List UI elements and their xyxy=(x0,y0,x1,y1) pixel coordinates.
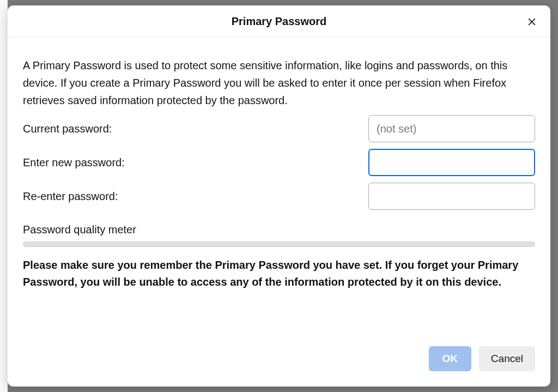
reenter-password-label: Re-enter password: xyxy=(23,190,118,203)
dialog-footer: OK Cancel xyxy=(8,334,550,387)
background-page-sliver xyxy=(0,0,8,392)
warning-text: Please make sure you remember the Primar… xyxy=(23,257,535,291)
current-password-label: Current password: xyxy=(23,123,112,135)
current-password-placeholder: (not set) xyxy=(377,123,416,135)
new-password-field[interactable] xyxy=(368,149,535,176)
primary-password-dialog: Primary Password A Primary Password is u… xyxy=(8,5,550,387)
close-icon xyxy=(526,16,537,27)
dialog-body: A Primary Password is used to protect so… xyxy=(8,37,550,334)
reenter-password-row: Re-enter password: xyxy=(23,182,535,210)
password-quality-meter xyxy=(23,242,535,247)
cancel-button[interactable]: Cancel xyxy=(479,346,535,371)
dialog-header: Primary Password xyxy=(8,5,550,37)
ok-button[interactable]: OK xyxy=(429,346,471,371)
dialog-title: Primary Password xyxy=(232,15,327,28)
new-password-label: Enter new password: xyxy=(23,156,125,169)
close-button[interactable] xyxy=(524,14,539,29)
current-password-field[interactable]: (not set) xyxy=(368,115,535,142)
intro-text: A Primary Password is used to protect so… xyxy=(23,57,535,109)
password-quality-meter-label: Password quality meter xyxy=(23,224,535,236)
new-password-row: Enter new password: xyxy=(23,148,535,177)
reenter-password-field[interactable] xyxy=(368,183,535,210)
current-password-row: Current password: (not set) xyxy=(23,114,535,143)
